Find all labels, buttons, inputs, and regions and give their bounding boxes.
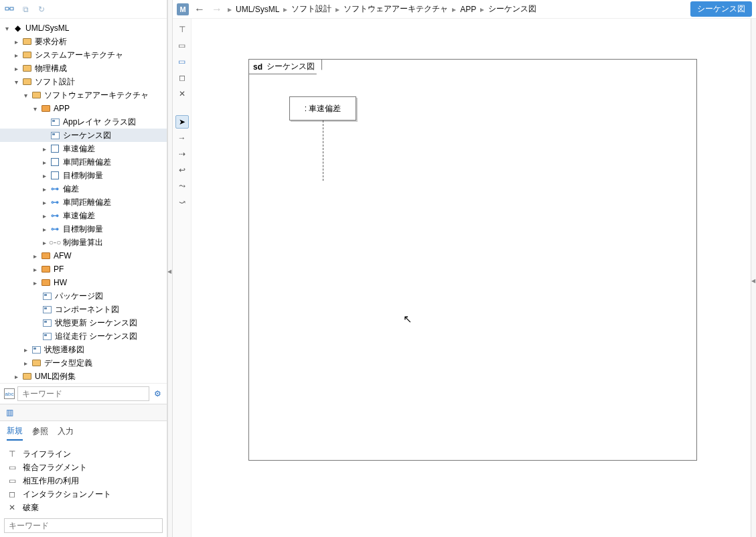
tab-ref[interactable]: 参照 [32, 426, 48, 440]
interaction-use-icon: ▭ [7, 476, 17, 485]
search-scope-icon[interactable]: abc [4, 388, 15, 399]
folder-icon [42, 252, 50, 259]
tree-item[interactable]: ▸要求分析 [0, 35, 167, 48]
tool-interaction-use[interactable]: ▭ [175, 55, 189, 68]
diagram-frame[interactable]: sd シーケンス図 : 車速偏差 ↖ [248, 59, 697, 461]
palette-interaction-use[interactable]: ▭相互作用の利用 [0, 474, 167, 487]
folder-icon [23, 38, 31, 45]
tool-return-message[interactable]: ↩ [175, 163, 189, 177]
component-diagram-icon [43, 306, 52, 313]
tree-item[interactable]: ▾ソフト設計 [0, 75, 167, 88]
diagram-canvas[interactable]: sd シーケンス図 : 車速偏差 ↖ [192, 19, 751, 537]
tree-label: 状態更新 シーケンス図 [55, 317, 137, 329]
diagram-type-chip[interactable]: シーケンス図 [690, 1, 752, 17]
tree-item[interactable]: ▸○-○制御量算出 [0, 236, 167, 249]
tree-label: 車間距離偏差 [63, 157, 111, 168]
tool-destroy[interactable]: ✕ [175, 87, 189, 100]
tree-item[interactable]: ▸PF [0, 262, 167, 276]
breadcrumb-item[interactable]: シーケンス図 [488, 3, 536, 15]
breadcrumb-item[interactable]: UML/SysML [236, 5, 279, 14]
tree-label: Appレイヤ クラス図 [63, 117, 136, 128]
palette-destroy[interactable]: ✕破棄 [0, 501, 167, 514]
tree-item[interactable]: ▾ソフトウェアアーキテクチャ [0, 88, 167, 102]
tree-label: 車速偏差 [63, 143, 95, 155]
tree-item[interactable]: ▸⊶偏差 [0, 182, 167, 196]
splitter-right[interactable] [751, 19, 756, 537]
breadcrumb-item[interactable]: ソフトウェアアーキテクチャ [344, 3, 448, 15]
tree-item[interactable]: ▾APP [0, 102, 167, 115]
diagram-tool-strip: ⊤ ▭ ▭ ◻ ✕ ➤ → ⇢ ↩ ⤳ ⤻ [173, 19, 192, 537]
tree-item[interactable]: ▸目標制御量 [0, 169, 167, 182]
palette-combined[interactable]: ▭複合フラグメント [0, 461, 167, 474]
tool-fragment[interactable]: ▭ [175, 39, 189, 52]
tree-label: 制御量算出 [63, 237, 103, 248]
tool-create-message[interactable]: ⤳ [175, 179, 189, 193]
tree-item[interactable]: 追従走行 シーケンス図 [0, 329, 167, 343]
nav-forward[interactable]: → [210, 3, 224, 15]
tree-item[interactable]: ▸AFW [0, 249, 167, 262]
class-diagram-icon [51, 119, 60, 126]
diagram-tool-icon[interactable] [4, 4, 15, 15]
breadcrumb: M ← → ▸UML/SysML ▸ソフト設計 ▸ソフトウェアアーキテクチャ ▸… [173, 0, 756, 19]
search-input[interactable] [17, 386, 149, 401]
sidebar: ⧉ ↻ ▾◆UML/SysML ▸要求分析 ▸システムアーキテクチャ ▸物理構成… [0, 0, 167, 537]
interface-icon: ⊶ [50, 184, 60, 194]
tree-label: 状態遷移図 [44, 344, 84, 356]
model-badge: M [177, 3, 189, 15]
tool-note[interactable]: ◻ [175, 71, 189, 84]
tool-lifeline[interactable]: ⊤ [175, 23, 189, 36]
splitter-left[interactable] [167, 0, 173, 537]
sequence-diagram-icon [43, 333, 52, 340]
main: M ← → ▸UML/SysML ▸ソフト設計 ▸ソフトウェアアーキテクチャ ▸… [173, 0, 756, 537]
tree-item[interactable]: ▸物理構成 [0, 62, 167, 75]
search-options-icon[interactable]: ⚙ [152, 388, 163, 399]
tree-item[interactable]: 状態更新 シーケンス図 [0, 316, 167, 329]
tool-async-message[interactable]: ⇢ [175, 147, 189, 161]
tree-label: PF [54, 264, 64, 274]
tree-item[interactable]: パッケージ図 [0, 289, 167, 303]
tree-label: AFW [54, 251, 72, 260]
fragment-icon: ▭ [7, 463, 17, 472]
tree-item[interactable]: ▸⊶車速偏差 [0, 209, 167, 222]
tree-item[interactable]: ▸データ型定義 [0, 356, 167, 370]
svg-rect-0 [5, 7, 9, 10]
palette-lifeline[interactable]: ⊤ライフライン [0, 447, 167, 461]
tool-sync-message[interactable]: → [175, 131, 189, 145]
palette-filter-input[interactable] [4, 518, 163, 533]
block-icon [51, 171, 59, 179]
tree-item[interactable]: ▸状態遷移図 [0, 343, 167, 356]
tree-item[interactable]: ▸車間距離偏差 [0, 155, 167, 169]
block-icon [51, 158, 59, 166]
folder-icon [42, 266, 50, 273]
tab-input[interactable]: 入力 [58, 426, 74, 440]
copy-icon[interactable]: ⧉ [20, 4, 31, 15]
folder-icon [23, 52, 31, 58]
breadcrumb-item[interactable]: ソフト設計 [291, 3, 331, 15]
tree-label: 車間距離偏差 [63, 197, 111, 208]
lifeline-stem[interactable] [323, 121, 323, 181]
tool-pointer[interactable]: ➤ [175, 115, 189, 129]
tree-item[interactable]: Appレイヤ クラス図 [0, 115, 167, 129]
tree-item[interactable]: コンポーネント図 [0, 303, 167, 316]
nav-back[interactable]: ← [193, 3, 206, 15]
tree-item[interactable]: ▸UML図例集 [0, 370, 167, 383]
model-tree[interactable]: ▾◆UML/SysML ▸要求分析 ▸システムアーキテクチャ ▸物理構成 ▾ソフ… [0, 19, 167, 383]
tree-label: ソフトウェアアーキテクチャ [44, 90, 149, 101]
tree-item[interactable]: ▸⊶目標制御量 [0, 222, 167, 236]
tree-item[interactable]: ▸システムアーキテクチャ [0, 48, 167, 62]
sequence-diagram-icon [51, 132, 60, 139]
tree-item-selected[interactable]: シーケンス図 [0, 129, 167, 142]
tree-item[interactable]: ▸HW [0, 276, 167, 289]
tree-item[interactable]: ▸車速偏差 [0, 142, 167, 155]
tool-lost-found[interactable]: ⤻ [175, 196, 189, 209]
palette-note[interactable]: ◻インタラクションノート [0, 487, 167, 501]
tab-new[interactable]: 新規 [7, 425, 23, 441]
model-icon: ◆ [12, 23, 23, 33]
folder-icon [23, 78, 31, 85]
tree-item[interactable]: ▸⊶車間距離偏差 [0, 196, 167, 209]
lifeline[interactable]: : 車速偏差 [289, 96, 356, 121]
model-toolbar: ⧉ ↻ [0, 0, 167, 19]
breadcrumb-item[interactable]: APP [460, 5, 476, 14]
refresh-icon[interactable]: ↻ [36, 4, 47, 15]
tree-root[interactable]: ▾◆UML/SysML [0, 21, 167, 35]
